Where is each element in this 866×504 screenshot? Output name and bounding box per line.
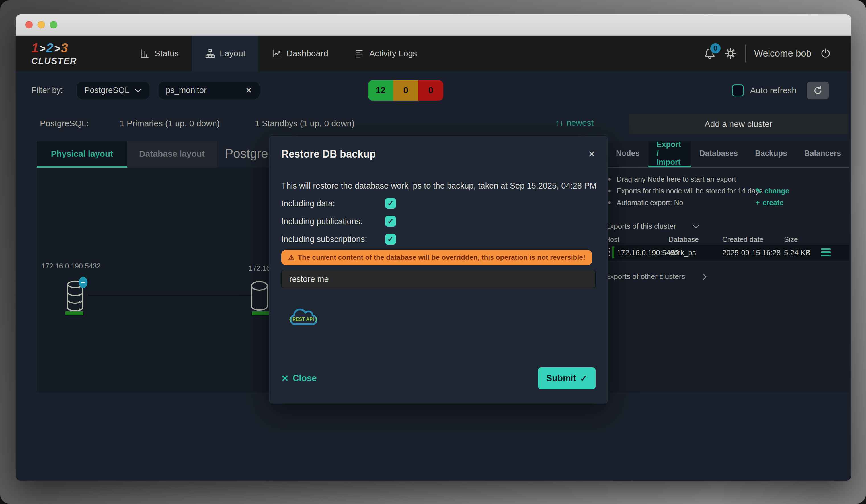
link-label: change (764, 187, 789, 195)
chevron-down-icon (134, 88, 142, 93)
filter-bar: Filter by: PostgreSQL ✕ 12 0 0 Auto refr… (16, 71, 851, 110)
window-close-button[interactable] (25, 21, 33, 28)
database-cylinder-icon (250, 281, 269, 311)
replication-link (87, 295, 251, 295)
row-database: work_ps (668, 248, 696, 257)
row-actions-menu-icon[interactable] (821, 248, 831, 258)
logout-power-button[interactable] (820, 48, 831, 59)
nav-tab-layout[interactable]: Layout (192, 36, 258, 71)
status-count-down: 0 (418, 80, 443, 101)
primary-node-status-bar (66, 311, 83, 315)
svg-text:{ REST API }: { REST API } (289, 317, 317, 322)
sort-arrows-icon: ↑↓ (555, 118, 564, 128)
cluster-detail-panel: Nodes Export / Import Databases Backups … (603, 141, 850, 392)
window-zoom-button[interactable] (50, 21, 57, 28)
nav-tab-dashboard[interactable]: Dashboard (258, 36, 341, 71)
including-data-checkbox[interactable]: ✓ (385, 198, 396, 209)
including-subscriptions-checkbox[interactable]: ✓ (385, 234, 396, 244)
primary-node-address: 172.16.0.190:5432 (41, 262, 101, 270)
note-export-retention: Exports for this node will be stored for… (608, 187, 845, 195)
welcome-user-text: Welcome bob (754, 48, 811, 59)
warning-text: The current content of the database will… (298, 253, 585, 262)
exports-other-clusters-label: Exports of other clusters (605, 272, 685, 281)
including-publications-checkbox[interactable]: ✓ (385, 216, 396, 227)
note-automatic-export: Automatic export: No +create (608, 199, 845, 206)
tab-databases[interactable]: Databases (691, 141, 746, 167)
tab-database-layout[interactable]: Database layout (127, 141, 217, 168)
auto-refresh-controls: Auto refresh (732, 82, 829, 99)
bullet-dot (608, 202, 611, 204)
cluster-search-field: ✕ (158, 81, 260, 100)
exports-other-clusters-toggle[interactable]: Exports of other clusters (605, 272, 707, 281)
tab-export-import[interactable]: Export / Import (648, 141, 691, 167)
node-minus-badge[interactable]: − (79, 277, 87, 288)
restore-confirmation-input[interactable] (281, 270, 596, 288)
bar-chart-icon (140, 48, 150, 59)
standby-node-status-bar (252, 311, 269, 315)
rest-api-cloud-icon: { REST API } (287, 306, 320, 328)
auto-refresh-checkbox[interactable] (732, 84, 744, 96)
tab-nodes[interactable]: Nodes (608, 141, 648, 167)
notifications-button[interactable]: 0 (703, 47, 716, 60)
nav-tab-label: Layout (220, 49, 245, 58)
filter-by-label: Filter by: (31, 85, 63, 95)
chevron-down-icon (692, 224, 700, 229)
cluster-search-input[interactable] (166, 85, 237, 95)
status-count-warning: 0 (393, 80, 418, 101)
export-done-check-icon: ✓ (804, 248, 811, 257)
detail-tabs: Nodes Export / Import Databases Backups … (603, 141, 850, 168)
bullet-dot (608, 178, 611, 181)
settings-gear-button[interactable] (724, 47, 736, 59)
submit-label: Submit (546, 373, 576, 383)
tab-physical-layout[interactable]: Physical layout (37, 141, 127, 168)
line-chart-icon (271, 48, 282, 59)
tab-balancers[interactable]: Balancers (796, 141, 850, 167)
add-cluster-button[interactable]: Add a new cluster (629, 114, 848, 134)
status-count-ok: 12 (368, 80, 393, 101)
db-type-select[interactable]: PostgreSQL (77, 81, 150, 100)
close-x-icon: ✕ (281, 373, 289, 384)
nav-tab-status[interactable]: Status (127, 36, 192, 71)
change-retention-link[interactable]: ✎change (756, 187, 789, 195)
clear-search-icon[interactable]: ✕ (245, 85, 252, 95)
export-table-row[interactable]: 172.16.0.190:5432 work_ps 2025-09-15 16:… (603, 244, 850, 260)
refresh-button[interactable] (807, 82, 829, 99)
tab-backups[interactable]: Backups (746, 141, 796, 167)
list-icon (354, 48, 365, 59)
override-warning-banner: ⚠ The current content of the database wi… (281, 250, 592, 265)
note-drag-node: Drag any Node here to start an export (608, 175, 845, 183)
db-type-value: PostgreSQL (84, 85, 129, 95)
summary-primaries: 1 Primaries (1 up, 0 down) (120, 118, 220, 128)
standby-db-node[interactable] (250, 281, 269, 311)
note-text: Automatic export: No (617, 198, 683, 207)
cluster-summary-row: PostgreSQL: 1 Primaries (1 up, 0 down) 1… (16, 112, 851, 135)
sort-newest-button[interactable]: ↑↓newest (555, 118, 593, 128)
notification-count-badge: 0 (710, 43, 721, 54)
primary-db-node[interactable]: − (66, 280, 84, 312)
window-minimize-button[interactable] (37, 21, 45, 28)
chevron-right-icon (702, 273, 707, 281)
cluster-status-counters: 12 0 0 (368, 80, 443, 101)
nav-tab-activity-logs[interactable]: Activity Logs (341, 36, 430, 71)
logo-subtitle: CLUSTER (31, 57, 97, 66)
app-logo: 1>2>3 CLUSTER (31, 41, 97, 66)
checkbox-label: Including publications: (281, 217, 385, 226)
checkbox-row-including-data: Including data: ✓ (281, 197, 396, 209)
row-created-date: 2025-09-15 16:28 (722, 248, 780, 257)
exports-table-header: Host Database Created date Size (603, 234, 850, 244)
submit-check-icon: ✓ (580, 373, 588, 384)
sitemap-icon (205, 48, 215, 59)
modal-submit-button[interactable]: Submit ✓ (538, 367, 596, 389)
navbar-divider (745, 45, 746, 62)
exports-this-cluster-toggle[interactable]: Exports of this cluster (605, 222, 700, 231)
sort-label: newest (567, 118, 593, 128)
app-content: 1>2>3 CLUSTER Status Layout Dashboard (16, 36, 851, 481)
summary-db-label: PostgreSQL: (40, 118, 89, 128)
modal-close-button[interactable]: ✕ Close (281, 373, 317, 384)
exports-this-cluster-label: Exports of this cluster (605, 222, 676, 231)
export-notes: Drag any Node here to start an export Ex… (608, 175, 845, 210)
warning-icon: ⚠ (288, 253, 295, 262)
checkbox-label: Including data: (281, 199, 385, 208)
create-auto-export-link[interactable]: +create (756, 198, 784, 207)
modal-close-icon[interactable]: ✕ (588, 149, 596, 160)
